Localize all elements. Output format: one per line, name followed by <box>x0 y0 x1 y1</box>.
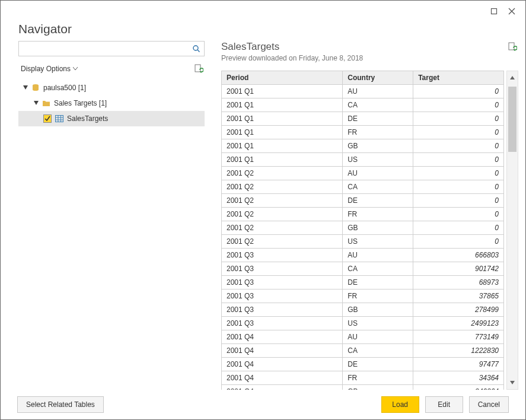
cell-period: 2001 Q1 <box>222 98 343 112</box>
cancel-button[interactable]: Cancel <box>469 396 509 413</box>
table-row[interactable]: 2001 Q1FR0 <box>222 126 504 139</box>
cell-country: AU <box>343 249 413 262</box>
table-row[interactable]: 2001 Q1US0 <box>222 153 504 167</box>
button-label: Edit <box>438 400 450 409</box>
table-row[interactable]: 2001 Q2US0 <box>222 235 504 249</box>
scroll-down-arrow-icon[interactable] <box>507 376 518 389</box>
cell-target: 0 <box>413 208 504 221</box>
cell-period: 2001 Q4 <box>222 330 343 344</box>
window-restore-button[interactable] <box>485 4 503 18</box>
select-related-tables-button[interactable]: Select Related Tables <box>17 396 104 413</box>
table-header-row: Period Country Target <box>222 71 504 85</box>
table-row[interactable]: 2001 Q2CA0 <box>222 180 504 194</box>
svg-rect-0 <box>492 9 497 14</box>
table-row[interactable]: 2001 Q1AU0 <box>222 85 504 98</box>
cell-country: US <box>343 317 413 330</box>
cell-target: 68973 <box>413 276 504 289</box>
column-header-target[interactable]: Target <box>413 71 504 85</box>
column-header-period[interactable]: Period <box>222 71 343 85</box>
table-row[interactable]: 2001 Q3AU666803 <box>222 249 504 262</box>
cell-country: DE <box>343 112 413 126</box>
table-row[interactable]: 2001 Q1CA0 <box>222 98 504 112</box>
cell-period: 2001 Q1 <box>222 85 343 98</box>
cell-target: 2499123 <box>413 317 504 330</box>
scroll-thumb[interactable] <box>508 87 517 152</box>
table-row[interactable]: 2001 Q1GB0 <box>222 139 504 153</box>
refresh-preview-icon[interactable] <box>193 63 205 75</box>
cell-country: AU <box>343 85 413 98</box>
cell-period: 2001 Q2 <box>222 221 343 235</box>
cell-country: GB <box>343 139 413 153</box>
cell-period: 2001 Q3 <box>222 289 343 303</box>
cell-country: US <box>343 235 413 249</box>
cell-period: 2001 Q1 <box>222 139 343 153</box>
search-input[interactable] <box>19 42 189 56</box>
navigator-tree: paulsa500 [1] Sales Targets [1] <box>18 80 205 126</box>
table-row[interactable]: 2001 Q3FR37865 <box>222 289 504 303</box>
cell-target: 0 <box>413 167 504 180</box>
search-icon[interactable] <box>189 42 204 56</box>
cell-period: 2001 Q4 <box>222 344 343 358</box>
table-row[interactable]: 2001 Q2FR0 <box>222 208 504 221</box>
column-header-country[interactable]: Country <box>343 71 413 85</box>
dialog-title: Navigator <box>1 22 525 41</box>
table-icon <box>55 115 63 122</box>
tree-node-table[interactable]: SalesTargets <box>18 111 205 126</box>
cell-period: 2001 Q4 <box>222 371 343 385</box>
window-close-button[interactable] <box>503 4 521 18</box>
table-row[interactable]: 2001 Q4CA1222830 <box>222 344 504 358</box>
cell-country: AU <box>343 330 413 344</box>
scroll-up-arrow-icon[interactable] <box>508 71 517 84</box>
cell-target: 34364 <box>413 371 504 385</box>
table-row[interactable]: 2001 Q4FR34364 <box>222 371 504 385</box>
preview-refresh-icon[interactable] <box>506 41 518 53</box>
cell-period: 2001 Q2 <box>222 194 343 208</box>
dialog-footer: Select Related Tables Load Edit Cancel <box>1 390 525 419</box>
cell-target: 246364 <box>413 385 504 390</box>
cell-target: 37865 <box>413 289 504 303</box>
svg-rect-5 <box>509 43 514 50</box>
cell-target: 0 <box>413 235 504 249</box>
cell-target: 0 <box>413 221 504 235</box>
cell-period: 2001 Q1 <box>222 112 343 126</box>
table-row[interactable]: 2001 Q4GB246364 <box>222 385 504 390</box>
preview-table-scroll[interactable]: Period Country Target 2001 Q1AU02001 Q1C… <box>221 71 504 390</box>
cell-target: 278499 <box>413 303 504 317</box>
table-row[interactable]: 2001 Q3GB278499 <box>222 303 504 317</box>
preview-table-area: Period Country Target 2001 Q1AU02001 Q1C… <box>221 71 518 390</box>
vertical-scrollbar[interactable] <box>506 71 518 390</box>
table-row[interactable]: 2001 Q4AU773149 <box>222 330 504 344</box>
table-row[interactable]: 2001 Q2AU0 <box>222 167 504 180</box>
tree-node-checkbox[interactable] <box>43 114 52 123</box>
table-row[interactable]: 2001 Q4DE97477 <box>222 358 504 371</box>
table-row[interactable]: 2001 Q3CA901742 <box>222 262 504 276</box>
display-options-row: Display Options <box>18 62 205 75</box>
tree-node-database[interactable]: paulsa500 [1] <box>18 80 205 96</box>
display-options-label: Display Options <box>21 65 71 73</box>
display-options-dropdown[interactable]: Display Options <box>18 63 80 74</box>
table-row[interactable]: 2001 Q2GB0 <box>222 221 504 235</box>
edit-button[interactable]: Edit <box>425 396 463 413</box>
table-row[interactable]: 2001 Q3DE68973 <box>222 276 504 289</box>
cell-country: FR <box>343 371 413 385</box>
cell-target: 901742 <box>413 262 504 276</box>
button-label: Load <box>392 400 408 409</box>
svg-rect-4 <box>56 116 63 122</box>
tree-node-label: SalesTargets <box>67 114 108 123</box>
cell-country: FR <box>343 289 413 303</box>
cell-target: 0 <box>413 126 504 139</box>
table-row[interactable]: 2001 Q2DE0 <box>222 194 504 208</box>
cell-target: 0 <box>413 139 504 153</box>
cell-target: 97477 <box>413 358 504 371</box>
button-label: Cancel <box>478 400 500 409</box>
tree-node-folder[interactable]: Sales Targets [1] <box>18 96 205 111</box>
expander-icon[interactable] <box>22 84 29 91</box>
expander-icon[interactable] <box>33 100 40 107</box>
table-row[interactable]: 2001 Q1DE0 <box>222 112 504 126</box>
cell-target: 773149 <box>413 330 504 344</box>
table-row[interactable]: 2001 Q3US2499123 <box>222 317 504 330</box>
load-button[interactable]: Load <box>381 396 419 413</box>
preview-pane: SalesTargets Preview downloaded on Frida… <box>221 41 518 390</box>
svg-point-1 <box>193 46 198 50</box>
cell-country: CA <box>343 98 413 112</box>
